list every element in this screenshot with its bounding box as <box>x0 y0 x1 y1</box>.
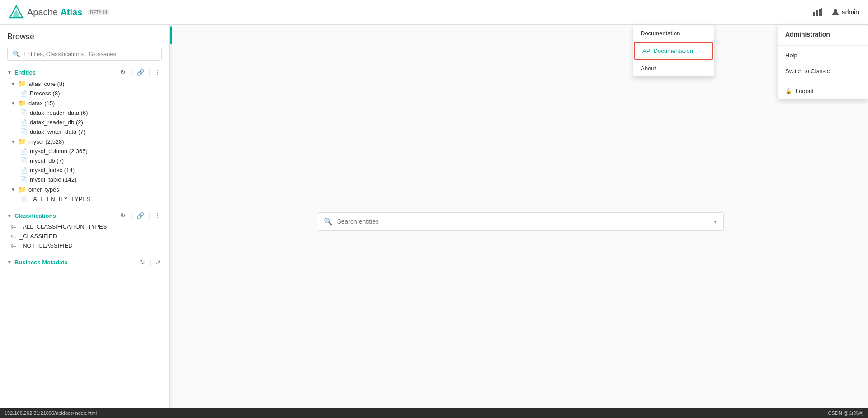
tree-item-mysql-index[interactable]: 📄 mysql_index (14) <box>0 165 169 175</box>
datax-reader-data-icon: 📄 <box>20 109 27 116</box>
sidebar-search-icon: 🔍 <box>12 50 20 57</box>
tree-item-datax-reader-db[interactable]: 📄 datax_reader_db (2) <box>0 117 169 127</box>
all-entity-types-icon: 📄 <box>20 196 27 202</box>
tree-item-mysql-db[interactable]: 📄 mysql_db (7) <box>0 156 169 165</box>
tree-item-datax-reader-data[interactable]: 📄 datax_reader_data (6) <box>0 108 169 117</box>
entities-more-btn[interactable]: ⋮ <box>154 69 162 76</box>
mysql-folder-icon: 📁 <box>18 138 26 145</box>
entities-chevron: ▼ <box>7 70 12 75</box>
classifications-chevron: ▼ <box>7 213 12 218</box>
tree-item-not-classified[interactable]: 🏷 _NOT_CLASSIFIED <box>0 241 169 250</box>
admin-button[interactable]: admin <box>832 9 859 16</box>
search-dropdown-arrow-icon[interactable]: ▾ <box>714 218 717 225</box>
svg-rect-3 <box>816 10 818 16</box>
tree-item-mysql[interactable]: ▼ 📁 mysql (2,528) <box>0 136 169 146</box>
tree-item-datax-writer-data[interactable]: 📄 datax_writer_data (7) <box>0 127 169 136</box>
mysql-db-icon: 📄 <box>20 157 27 164</box>
tree-item-mysql-column[interactable]: 📄 mysql_column (2,365) <box>0 146 169 156</box>
datax-folder-icon: 📁 <box>18 99 26 107</box>
admin-logout-item[interactable]: 🔓 Logout <box>778 83 868 99</box>
datax-chevron: ▼ <box>11 101 15 106</box>
header: Apache Atlas BETA UI admin Docum <box>0 0 868 25</box>
user-icon <box>832 9 839 16</box>
svg-rect-5 <box>821 8 822 16</box>
admin-label: admin <box>842 9 859 16</box>
tree-item-process[interactable]: 📄 Process (8) <box>0 89 169 98</box>
business-metadata-refresh-btn[interactable]: ↻ <box>139 258 146 266</box>
search-entities-icon: 🔍 <box>324 217 333 226</box>
main-layout: Browse 🔍 ▼ Entities ↻ | 🔗 | ⋮ <box>0 25 868 418</box>
sidebar: Browse 🔍 ▼ Entities ↻ | 🔗 | ⋮ <box>0 25 170 418</box>
svg-rect-2 <box>813 12 815 16</box>
status-right-text: CSDN @白鸽网 <box>828 410 863 417</box>
all-classification-tag-icon: 🏷 <box>11 223 17 230</box>
other-types-chevron: ▼ <box>11 187 15 192</box>
entities-section-title[interactable]: ▼ Entities <box>7 69 36 76</box>
mysql-table-icon: 📄 <box>20 176 27 183</box>
status-url: 192.168.202.31:21000/apidocs/index.html <box>5 410 97 416</box>
other-types-folder-icon: 📁 <box>18 186 26 193</box>
mysql-index-icon: 📄 <box>20 167 27 174</box>
doc-dropdown-menu: Documentation API Documentation About <box>633 25 714 77</box>
mysql-column-icon: 📄 <box>20 148 27 155</box>
business-metadata-actions: ↻ | ↗ <box>139 258 162 266</box>
status-bar: 192.168.202.31:21000/apidocs/index.html … <box>0 408 868 418</box>
search-entities-input[interactable] <box>337 218 709 225</box>
doc-documentation-item[interactable]: Documentation <box>633 25 714 41</box>
admin-switch-classic-item[interactable]: Switch to Classic <box>778 63 868 79</box>
entities-section-actions: ↻ | 🔗 | ⋮ <box>119 69 162 76</box>
doc-about-item[interactable]: About <box>633 61 714 76</box>
tree-item-atlas-core[interactable]: ▼ 📁 atlas_core (8) <box>0 79 169 89</box>
header-right: admin <box>813 8 859 16</box>
browse-title: Browse <box>7 32 162 42</box>
classifications-link-btn[interactable]: 🔗 <box>136 212 145 219</box>
sidebar-header: Browse 🔍 <box>0 25 169 64</box>
tree-item-classified[interactable]: 🏷 _CLASSIFIED <box>0 231 169 241</box>
process-file-icon: 📄 <box>20 90 27 97</box>
main-content: 🔍 ▾ <box>172 25 868 418</box>
classifications-section-title[interactable]: ▼ Classifications <box>7 212 56 219</box>
atlas-core-chevron: ▼ <box>11 81 15 86</box>
atlas-core-folder-icon: 📁 <box>18 80 26 87</box>
classifications-more-btn[interactable]: ⋮ <box>154 212 162 219</box>
classified-tag-icon: 🏷 <box>11 233 17 240</box>
tree-item-all-entity-types[interactable]: 📄 _ALL_ENTITY_TYPES <box>0 194 169 204</box>
logo: Apache Atlas BETA UI <box>9 5 109 19</box>
admin-help-item[interactable]: Help <box>778 47 868 63</box>
entities-link-btn[interactable]: 🔗 <box>136 69 145 76</box>
classifications-refresh-btn[interactable]: ↻ <box>119 212 127 219</box>
svg-rect-4 <box>819 9 821 16</box>
resize-handle-bar <box>170 26 172 44</box>
search-entities-container: 🔍 ▾ <box>317 212 724 231</box>
not-classified-tag-icon: 🏷 <box>11 242 17 249</box>
business-metadata-section-header: ▼ Business Metadata ↻ | ↗ <box>0 254 169 268</box>
tree-item-other-types[interactable]: ▼ 📁 other_types <box>0 184 169 194</box>
classifications-section-header: ▼ Classifications ↻ | 🔗 | ⋮ <box>0 207 169 222</box>
chart-icon <box>813 8 823 16</box>
chart-button[interactable] <box>813 8 823 16</box>
admin-dropdown: Administration Help Switch to Classic 🔓 … <box>778 25 868 99</box>
entities-section-header: ▼ Entities ↻ | 🔗 | ⋮ <box>0 64 169 79</box>
dropdown-divider-2 <box>778 81 868 81</box>
logout-icon: 🔓 <box>785 88 792 94</box>
doc-api-item[interactable]: API Documentation <box>634 42 713 60</box>
tree-item-mysql-table[interactable]: 📄 mysql_table (142) <box>0 175 169 184</box>
classifications-section-actions: ↻ | 🔗 | ⋮ <box>119 212 162 219</box>
entities-refresh-btn[interactable]: ↻ <box>119 69 127 76</box>
business-metadata-export-btn[interactable]: ↗ <box>155 258 162 266</box>
atlas-logo-icon <box>9 5 24 19</box>
business-metadata-section-title[interactable]: ▼ Business Metadata <box>7 259 68 266</box>
sidebar-search-input[interactable] <box>24 51 157 57</box>
beta-badge: BETA UI <box>88 9 109 15</box>
datax-writer-data-icon: 📄 <box>20 128 27 135</box>
dropdown-divider-1 <box>778 45 868 46</box>
tree-item-datax[interactable]: ▼ 📁 datax (15) <box>0 98 169 108</box>
sidebar-content: ▼ Entities ↻ | 🔗 | ⋮ ▼ 📁 atlas_core (8) … <box>0 64 169 418</box>
mysql-chevron: ▼ <box>11 139 15 144</box>
datax-reader-db-icon: 📄 <box>20 119 27 126</box>
logo-text: Apache Atlas <box>27 7 82 18</box>
sidebar-search-box: 🔍 <box>7 47 162 61</box>
doc-dropdown: Documentation API Documentation About <box>633 25 714 77</box>
tree-item-all-classification-types[interactable]: 🏷 _ALL_CLASSIFICATION_TYPES <box>0 222 169 231</box>
admin-administration-item[interactable]: Administration <box>778 25 868 43</box>
